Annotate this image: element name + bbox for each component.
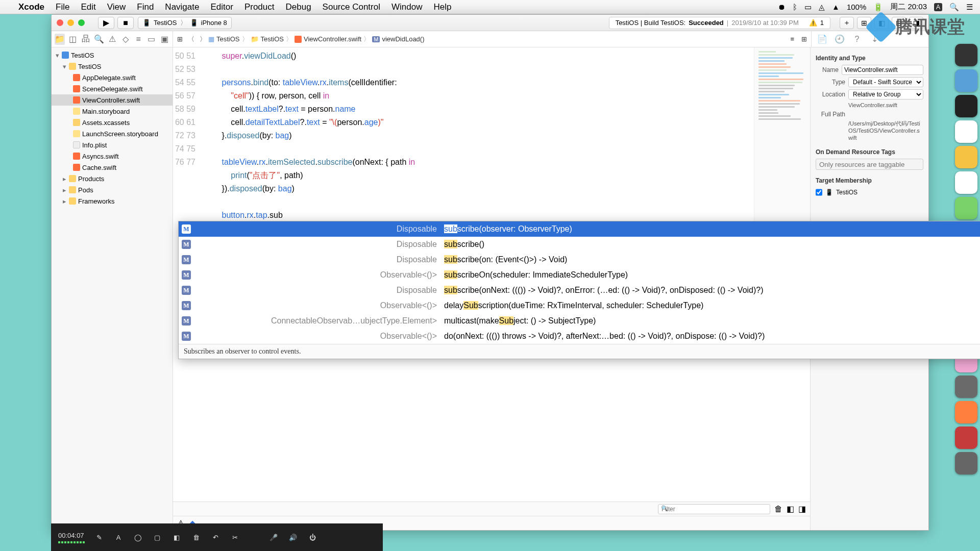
library-button[interactable]: ＋	[840, 17, 854, 29]
folder-item[interactable]: ▸Products	[52, 173, 173, 184]
dock-app-icon[interactable]	[955, 452, 977, 474]
file-item[interactable]: Asyncs.swift	[52, 151, 173, 162]
autocomplete-item[interactable]: MObservable<()>do(onNext: ((()) throws -…	[179, 329, 980, 344]
menu-editor[interactable]: Editor	[210, 2, 233, 12]
pen-tool-icon[interactable]: ✎	[94, 532, 104, 542]
menu-source-control[interactable]: Source Control	[323, 2, 380, 12]
file-item[interactable]: Info.plist	[52, 139, 173, 151]
warning-icon[interactable]: ⚠️	[809, 19, 817, 27]
notification-center-icon[interactable]: ☰	[966, 3, 973, 12]
window-minimize-button[interactable]	[67, 19, 74, 26]
run-button[interactable]: ▶	[98, 17, 114, 29]
add-editor-icon[interactable]: ⊞	[801, 35, 807, 43]
back-button[interactable]: 〈	[188, 35, 194, 44]
file-inspector-tab[interactable]: 📄	[818, 35, 827, 44]
menu-navigate[interactable]: Navigate	[165, 2, 199, 12]
autocomplete-item[interactable]: MDisposablesubscribe(on: (Event<()>) -> …	[179, 252, 980, 267]
file-item[interactable]: SceneDelegate.swift	[52, 83, 173, 94]
dock-app-icon[interactable]	[955, 44, 977, 66]
display-icon[interactable]: ▭	[804, 3, 812, 12]
undo-tool-icon[interactable]: ↶	[210, 532, 220, 542]
autocomplete-item[interactable]: MDisposablesubscribe()	[179, 237, 980, 252]
spotlight-icon[interactable]: 🔍	[949, 3, 959, 12]
mic-icon[interactable]: 🎤	[268, 532, 279, 542]
expand-console-icon[interactable]: ◨	[798, 504, 806, 514]
issue-navigator-tab[interactable]: ⚠	[107, 34, 117, 45]
project-navigator-tab[interactable]: 📁	[55, 34, 65, 45]
dock-app-icon[interactable]	[955, 375, 977, 398]
project-navigator[interactable]: ▾TestiOS ▾TestiOS AppDelegate.swiftScene…	[52, 47, 173, 530]
menu-edit[interactable]: Edit	[81, 2, 95, 12]
jump-bar[interactable]: ⊞ 〈 〉 ▦TestiOS〉 📁TestiOS〉 ViewController…	[173, 31, 811, 47]
bluetooth-icon[interactable]: ᛒ	[793, 3, 797, 11]
rect-tool-icon[interactable]: ▢	[152, 532, 162, 542]
autocomplete-popup[interactable]: MDisposablesubscribe(observer: ObserverT…	[178, 221, 980, 359]
file-name-input[interactable]	[842, 65, 923, 75]
volume-icon[interactable]: ▲	[832, 3, 840, 11]
video-controls[interactable]: 00:04:07 ✎ A ◯ ▢ ◧ 🗑 ↶ ✂ 🎤 🔊 ⏻	[51, 523, 383, 551]
window-close-button[interactable]	[57, 19, 63, 26]
autocomplete-item[interactable]: MDisposablesubscribe(onNext: ((()) -> Vo…	[179, 283, 980, 298]
menu-debug[interactable]: Debug	[285, 2, 311, 12]
help-inspector-tab[interactable]: ?	[852, 35, 862, 44]
debug-filter-input[interactable]	[658, 504, 770, 514]
file-item[interactable]: AppDelegate.swift	[52, 72, 173, 83]
dock-app-icon[interactable]	[955, 171, 977, 194]
power-icon[interactable]: ⏻	[307, 532, 317, 542]
menu-find[interactable]: Find	[137, 2, 154, 12]
source-control-navigator-tab[interactable]: ◫	[68, 34, 78, 45]
autocomplete-item[interactable]: MConnectableObservab…ubjectType.Element>…	[179, 313, 980, 329]
test-navigator-tab[interactable]: ◇	[120, 34, 131, 45]
autocomplete-item[interactable]: MObservable<()>subscribeOn(scheduler: Im…	[179, 267, 980, 283]
menu-view[interactable]: View	[107, 2, 126, 12]
text-tool-icon[interactable]: A	[113, 532, 124, 542]
file-item[interactable]: LaunchScreen.storyboard	[52, 128, 173, 139]
clock[interactable]: 周二 20:03	[890, 2, 927, 12]
window-zoom-button[interactable]	[78, 19, 85, 26]
dock-app-icon[interactable]	[955, 401, 977, 423]
forward-button[interactable]: 〉	[200, 35, 206, 44]
autocomplete-item[interactable]: MDisposablesubscribe(observer: ObserverT…	[179, 221, 980, 237]
folder-item[interactable]: ▸Pods	[52, 184, 173, 195]
menu-help[interactable]: Help	[433, 2, 451, 12]
target-checkbox[interactable]	[816, 187, 822, 197]
report-navigator-tab[interactable]: ▣	[159, 34, 169, 45]
dock-app-icon[interactable]	[955, 69, 977, 92]
scheme-selector[interactable]: 📱 TestiOS 〉 📱 iPhone 8	[138, 17, 232, 29]
screen-record-icon[interactable]: ⏺	[778, 3, 786, 11]
location-select[interactable]: Relative to Group	[848, 89, 923, 99]
menu-window[interactable]: Window	[391, 2, 422, 12]
autocomplete-item[interactable]: MObservable<()>delaySubscription(dueTime…	[179, 298, 980, 313]
find-navigator-tab[interactable]: 🔍	[94, 34, 104, 45]
split-console-icon[interactable]: ◧	[787, 504, 794, 514]
dock-app-icon[interactable]	[955, 197, 977, 219]
app-menu[interactable]: Xcode	[18, 2, 44, 12]
speaker-icon[interactable]: 🔊	[288, 532, 298, 542]
input-source-icon[interactable]: A	[934, 3, 942, 11]
cut-tool-icon[interactable]: ✂	[230, 532, 240, 542]
file-item[interactable]: Cache.swift	[52, 162, 173, 173]
breakpoint-navigator-tab[interactable]: ▭	[146, 34, 157, 45]
editor-mode-icon[interactable]: ≡	[790, 35, 794, 43]
trash-tool-icon[interactable]: 🗑	[191, 532, 201, 542]
dock-app-icon[interactable]	[955, 427, 977, 449]
symbol-navigator-tab[interactable]: 品	[81, 34, 91, 45]
wifi-icon[interactable]: ◬	[819, 3, 825, 12]
file-item[interactable]: Main.storyboard	[52, 106, 173, 117]
eraser-tool-icon[interactable]: ◧	[172, 532, 182, 542]
source-editor[interactable]: 50 51 52 53 54 55 56 57 58 59 60 61 72 7…	[173, 47, 810, 530]
file-item[interactable]: Assets.xcassets	[52, 117, 173, 128]
menu-file[interactable]: File	[56, 2, 69, 12]
file-item[interactable]: ViewController.swift	[52, 94, 173, 106]
menu-product[interactable]: Product	[244, 2, 275, 12]
battery-icon[interactable]: 🔋	[873, 3, 883, 12]
dock-app-icon[interactable]	[955, 146, 977, 168]
folder-item[interactable]: ▸Frameworks	[52, 195, 173, 207]
trash-icon[interactable]: 🗑	[774, 505, 782, 514]
related-items-icon[interactable]: ⊞	[177, 35, 183, 43]
stop-button[interactable]: ■	[117, 17, 134, 29]
dock-app-icon[interactable]	[955, 120, 977, 143]
dock-app-icon[interactable]	[955, 95, 977, 117]
file-type-select[interactable]: Default - Swift Source	[848, 77, 923, 87]
debug-navigator-tab[interactable]: ≡	[133, 34, 143, 45]
